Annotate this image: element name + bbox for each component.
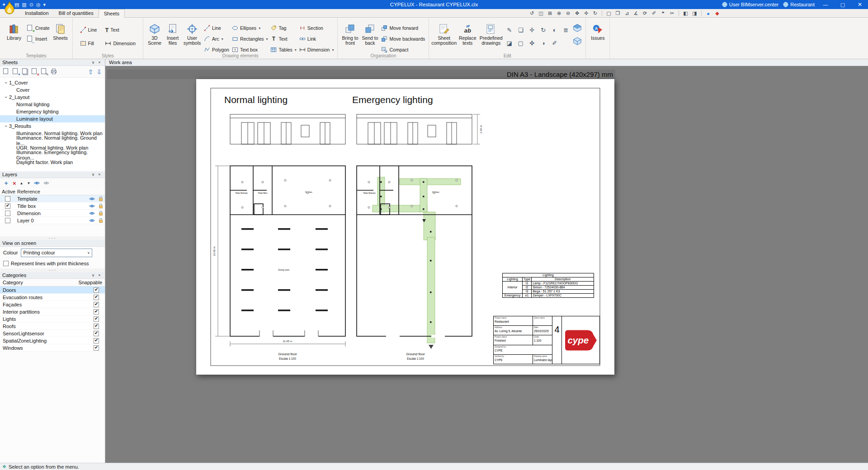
draw-polygon-button[interactable]: Polygon: [203, 45, 231, 54]
layer-row[interactable]: Template: [0, 195, 105, 202]
category-row[interactable]: SpatialZoneLighting: [0, 337, 105, 344]
close-panel-icon[interactable]: ×: [96, 273, 103, 277]
copy-sheet-icon[interactable]: [22, 68, 28, 75]
tree-item[interactable]: ›1_Cover: [0, 79, 105, 86]
text-style-button[interactable]: T Text: [104, 25, 137, 34]
collapse-panel-icon[interactable]: ∨: [90, 273, 96, 277]
insert-button[interactable]: → Insert: [26, 34, 51, 43]
move-backwards-button[interactable]: Move backwards: [380, 34, 426, 43]
zoom-in-icon[interactable]: ⊕: [555, 10, 563, 17]
draw-tag-button[interactable]: Tag: [269, 24, 297, 33]
pointer-mode-icon[interactable]: ↺: [528, 10, 536, 17]
panel-left-icon[interactable]: ◧: [682, 10, 689, 17]
compact-button[interactable]: Compact: [380, 45, 426, 54]
region-select-tool-icon[interactable]: ▢: [515, 38, 526, 48]
snappable-checkbox[interactable]: [94, 331, 99, 336]
snappable-checkbox[interactable]: [94, 302, 99, 307]
erase-tool-icon[interactable]: ◪: [504, 38, 514, 48]
snappable-checkbox[interactable]: [94, 295, 99, 300]
print-sheet-icon[interactable]: [51, 68, 57, 75]
issues-button[interactable]: A Issues: [588, 19, 607, 41]
bring-to-front-button[interactable]: Bring to front: [340, 19, 360, 46]
cube-bottom-icon[interactable]: [573, 37, 582, 46]
draw-arc-button[interactable]: Arc▾: [203, 34, 231, 43]
close-panel-icon[interactable]: ×: [96, 172, 103, 177]
tree-item[interactable]: ›2_Layout: [0, 94, 105, 101]
tab-sheets[interactable]: Sheets: [99, 9, 125, 18]
collapse-panel-icon[interactable]: ∨: [90, 60, 96, 65]
bimserver-sync-icon[interactable]: ●: [704, 10, 712, 17]
chevron-down-icon[interactable]: ›: [4, 123, 9, 129]
array-tool-icon[interactable]: ≣: [561, 25, 571, 35]
draw-section-button[interactable]: Section: [298, 24, 335, 33]
layer-active-checkbox[interactable]: [5, 211, 10, 216]
zoom-page-icon[interactable]: ◫: [537, 10, 545, 17]
tree-item[interactable]: Emergency lighting: [0, 108, 105, 115]
drawing-canvas[interactable]: DIN A3 - Landscape (420x297) mm Normal l…: [105, 66, 868, 463]
tree-item[interactable]: Cover: [0, 86, 105, 94]
tab-bill-of-quantities[interactable]: Bill of quantities: [54, 9, 99, 17]
panel-splitter[interactable]: [0, 268, 105, 272]
mirror-tool-icon[interactable]: ◐: [549, 25, 560, 35]
add-layer-icon[interactable]: ＋: [3, 179, 9, 187]
move-down-icon[interactable]: ⇩: [96, 68, 102, 75]
copy-tool-icon[interactable]: ❏: [515, 25, 526, 35]
edit-sheet-icon[interactable]: ✎: [41, 68, 47, 75]
snappable-checkbox[interactable]: [94, 316, 99, 322]
layer-visibility-icon[interactable]: [88, 218, 96, 223]
sheet-paper[interactable]: Normal lighting Emergency lighting: [196, 79, 614, 375]
category-row[interactable]: Evacuation routes: [0, 294, 105, 301]
3d-scene-button[interactable]: 3D Scene: [146, 19, 164, 46]
sheets-manager-button[interactable]: Sheets: [51, 19, 70, 41]
rotate-tool-icon[interactable]: ↻: [538, 25, 548, 35]
move-up-icon[interactable]: ⇧: [88, 68, 94, 75]
print-thickness-row[interactable]: Represent lines with print thickness: [0, 258, 105, 268]
quick-access-dropdown-icon[interactable]: ▾: [43, 2, 46, 8]
snappable-checkbox[interactable]: [94, 324, 99, 329]
modify-tool-icon[interactable]: ✐: [549, 38, 560, 48]
pan-icon[interactable]: ✥: [573, 10, 581, 17]
add-sheet-icon[interactable]: +: [13, 68, 19, 75]
tree-item[interactable]: Illuminance. Emergency lighting. Groun..…: [0, 151, 105, 159]
tree-item-selected[interactable]: Luminaire layout: [0, 115, 105, 122]
layer-active-checkbox[interactable]: [5, 196, 10, 202]
snappable-checkbox[interactable]: [94, 287, 99, 293]
symmetry-tool-icon[interactable]: ◑: [538, 38, 548, 48]
layer-row[interactable]: Dimension: [0, 210, 105, 217]
category-row[interactable]: Interior partitions: [0, 308, 105, 315]
layer-up-icon[interactable]: ▲: [20, 181, 24, 185]
collapse-panel-icon[interactable]: ∨: [90, 172, 96, 177]
panel-splitter[interactable]: [0, 236, 105, 240]
move-tool-icon[interactable]: ✢: [527, 25, 537, 35]
predefined-drawings-button[interactable]: Predefined drawings: [478, 19, 504, 46]
category-row[interactable]: SensorLightsensor: [0, 330, 105, 337]
dimension-style-button[interactable]: Dimension: [104, 39, 137, 48]
line-style-button[interactable]: Line: [79, 25, 99, 34]
bimserver-center-icon[interactable]: ◆: [713, 10, 721, 17]
send-to-back-button[interactable]: Send to back: [360, 19, 380, 46]
category-row[interactable]: Lights: [0, 315, 105, 323]
draw-rectangles-button[interactable]: Rectangles▾: [231, 34, 269, 43]
layer-visibility-icon[interactable]: [88, 197, 96, 201]
print-icon[interactable]: ▥: [22, 2, 26, 8]
cube-top-icon[interactable]: [573, 24, 582, 33]
minimize-button[interactable]: —: [819, 2, 832, 7]
bimserver-user-button[interactable]: User BIMserver.center: [722, 2, 778, 7]
delete-sheet-icon[interactable]: ×: [32, 68, 38, 75]
layer-row[interactable]: Layer 0: [0, 217, 105, 224]
bimserver-project-button[interactable]: Restaurant: [783, 2, 815, 7]
layer-lock-icon[interactable]: [96, 203, 105, 209]
library-button[interactable]: Library: [2, 19, 26, 41]
ruler-icon[interactable]: ⊿: [623, 10, 631, 17]
chevron-down-icon[interactable]: ›: [4, 80, 9, 85]
replace-texts-button[interactable]: ⇄ab Replace texts: [457, 19, 478, 46]
refresh-icon[interactable]: ⟳: [641, 10, 649, 17]
zoom-out-icon[interactable]: ⊖: [564, 10, 572, 17]
layer-down-icon[interactable]: ▼: [27, 181, 31, 185]
protractor-icon[interactable]: ∡: [632, 10, 640, 17]
close-panel-icon[interactable]: ×: [96, 60, 103, 65]
frame-select-icon[interactable]: ▢: [605, 10, 613, 17]
cut-icon[interactable]: ✂: [668, 10, 676, 17]
panel-right-icon[interactable]: ◨: [691, 10, 698, 17]
snap-tool-icon[interactable]: ✜: [527, 38, 537, 48]
